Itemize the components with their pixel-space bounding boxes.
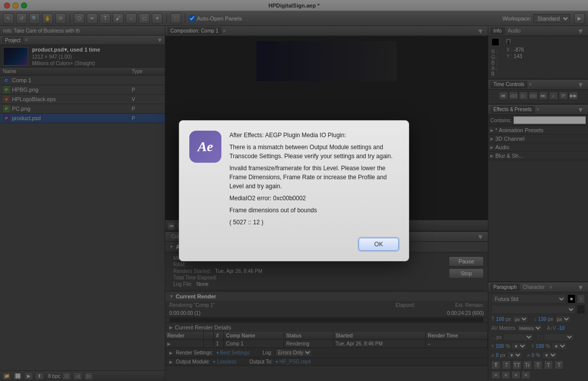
dialog-footer: OK [189,238,399,251]
dialog-msg2: There is a mismatch between Output Modul… [229,143,399,161]
dialog-msg4: MediaIO2 error: 0xc00b0002 [229,194,399,203]
dialog-message: After Effects: AEGP Plugin Media IO Plug… [229,131,399,230]
dialog-body: Ae After Effects: AEGP Plugin Media IO P… [189,131,399,230]
dialog-error-code: ( 5027 :: 12 ) [229,218,399,227]
ae-icon: Ae [189,131,221,163]
dialog-overlay: Ae After Effects: AEGP Plugin Media IO P… [0,0,588,381]
dialog-msg1: After Effects: AEGP Plugin Media IO Plug… [229,131,399,140]
dialog-msg3: Invalid framesize/framerate for this Lev… [229,164,399,191]
dialog-msg5: Frame dimensions out of bounds [229,206,399,215]
dialog-box: Ae After Effects: AEGP Plugin Media IO P… [179,120,409,261]
ok-button[interactable]: OK [359,238,399,251]
